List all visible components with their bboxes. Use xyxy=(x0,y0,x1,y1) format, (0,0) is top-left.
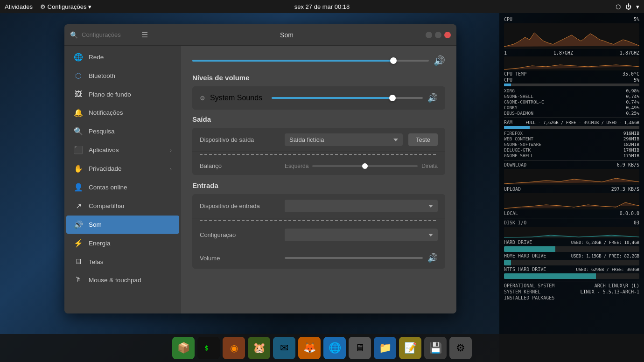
taskbar: 📦 $_ ◉ 🐹 ✉ 🦊 🌐 🖥 📁 📝 💾 ⚙ xyxy=(0,334,644,362)
config-label: Configuração xyxy=(200,231,279,238)
input-volume-slider[interactable] xyxy=(285,257,423,259)
download-val: 6,9 KB/S xyxy=(617,162,639,167)
xorg-label: XORG xyxy=(504,88,515,93)
gnome-control-val: 0,74% xyxy=(626,99,639,104)
displays-icon: 🖥 xyxy=(74,258,83,266)
input-header: Entrada xyxy=(192,181,445,189)
system-sounds-slider[interactable] xyxy=(272,97,423,99)
input-volume-row: Volume 🔊 xyxy=(192,247,445,269)
ntfs-info: USED: 629GB / FREE: 303GB xyxy=(576,267,639,272)
taskbar-icon-files[interactable]: 📁 xyxy=(374,337,396,359)
topbar-network-icon[interactable]: ⬡ xyxy=(616,3,621,10)
window-maximize-button[interactable]: □ xyxy=(435,32,441,38)
sidebar-item-bluetooth[interactable]: ⬡ Bluetooth xyxy=(66,67,179,85)
notifications-icon: 🔔 xyxy=(74,108,83,117)
sidebar-item-label: Rede xyxy=(89,54,104,61)
master-volume-slider[interactable] xyxy=(192,60,429,62)
taskbar-icon-drive[interactable]: 💾 xyxy=(424,337,447,359)
taskbar-icon-synapse[interactable]: ◉ xyxy=(223,337,245,359)
output-header: Saída xyxy=(192,115,445,123)
virtualbox-icon: 📦 xyxy=(177,342,190,354)
finder-icon: 🖥 xyxy=(355,342,365,354)
input-device-select[interactable] xyxy=(285,200,438,212)
conky-divider3 xyxy=(504,218,639,218)
taskbar-icon-browser[interactable]: 🌐 xyxy=(323,337,346,359)
download-label: DOWNLOAD xyxy=(504,162,526,167)
deluge-label: DELUGE-GTK xyxy=(504,147,531,153)
topbar-datetime: sex 27 de mar 00:18 xyxy=(294,3,350,10)
disk-io-graph xyxy=(504,227,639,238)
topbar: Atividades ⚙ Configurações ▾ sex 27 de m… xyxy=(0,0,644,13)
taskbar-icon-finder[interactable]: 🖥 xyxy=(349,337,371,359)
master-volume-control: 🔊 xyxy=(192,55,445,66)
search-icon: 🔍 xyxy=(70,31,78,39)
sidebar-item-mouse[interactable]: 🖱 Mouse & touchpad xyxy=(66,271,179,289)
os-val: ARCH LINUX\R (L) xyxy=(595,283,639,288)
ram-info: FULL - 7,62GB / FREE - 391MIB / USED - 1… xyxy=(525,120,639,125)
taskbar-icon-notes[interactable]: 📝 xyxy=(399,337,421,359)
sidebar-item-label: Plano de fundo xyxy=(89,91,131,98)
taskbar-icon-virtualbox[interactable]: 📦 xyxy=(172,337,195,359)
sidebar-item-pesquisa[interactable]: 🔍 Pesquisa xyxy=(66,122,179,140)
home-drive-label: HOME HARD DRIVE xyxy=(504,253,546,258)
chevron-right-icon: › xyxy=(170,147,172,153)
sidebar-item-compartilhar[interactable]: ↗ Compartilhar xyxy=(66,197,179,215)
conky-divider2 xyxy=(504,160,639,160)
terminal-icon: $_ xyxy=(205,344,213,352)
topbar-power-icon[interactable]: ⏻ xyxy=(625,3,631,10)
browser-icon: 🌐 xyxy=(329,342,341,354)
cpu-label: CPU xyxy=(504,17,512,22)
balance-slider[interactable] xyxy=(312,165,418,167)
apps-icon: ⬛ xyxy=(74,146,83,154)
gear-icon: ⚙ xyxy=(200,95,205,102)
conky-divider1 xyxy=(504,118,639,118)
topbar-settings-menu[interactable]: ⚙ Configurações ▾ xyxy=(40,3,91,10)
sidebar-item-label: Energia xyxy=(89,240,111,247)
hamster-icon: 🐹 xyxy=(253,342,266,354)
firefox-label: FIREFOX xyxy=(504,131,523,136)
window-close-button[interactable]: ✕ xyxy=(444,32,451,38)
bluetooth-icon: ⬡ xyxy=(74,71,83,80)
output-device-select[interactable]: Saída fictícia xyxy=(285,133,403,146)
cpu-freq-val1: 1,87GHZ xyxy=(553,50,573,56)
sidebar-item-contas-online[interactable]: 👤 Contas online xyxy=(66,178,179,196)
sidebar-item-rede[interactable]: 🌐 Rede xyxy=(66,48,179,66)
kernel-label: SYSTEM KERNEL xyxy=(504,289,540,294)
ntfs-label: NTFS HARD DRIVE xyxy=(504,267,546,272)
topbar-session-icon[interactable]: ▾ xyxy=(636,3,639,10)
sound-main-content: 🔊 Níveis de volume ⚙ System Sounds 🔊 xyxy=(181,46,456,313)
window-titlebar: 🔍 ☰ Som ─ □ ✕ xyxy=(64,24,456,46)
window-minimize-button[interactable]: ─ xyxy=(426,32,432,38)
taskbar-icon-mail[interactable]: ✉ xyxy=(273,337,295,359)
taskbar-icon-firefox[interactable]: 🦊 xyxy=(298,337,321,359)
upload-label: UPLOAD xyxy=(504,187,521,192)
sidebar-item-notificacoes[interactable]: 🔔 Notificações xyxy=(66,104,179,122)
sidebar-item-aplicativos[interactable]: ⬛ Aplicativos › xyxy=(66,141,179,159)
wallpaper-icon: 🖼 xyxy=(74,90,83,98)
cpu-bar xyxy=(504,84,639,86)
system-sounds-volume-icon: 🔊 xyxy=(427,93,438,103)
deluge-val: 176MIB xyxy=(623,147,639,153)
test-button[interactable]: Teste xyxy=(408,133,438,146)
cpu2-label: CPU xyxy=(504,77,512,83)
taskbar-icon-terminal[interactable]: $_ xyxy=(197,337,220,359)
mail-icon: ✉ xyxy=(280,342,288,354)
cpu-temp-val: 35.0°C xyxy=(623,71,639,77)
input-volume-icon: 🔊 xyxy=(427,253,438,263)
sidebar-item-telas[interactable]: 🖥 Telas xyxy=(66,253,179,271)
taskbar-icon-hamster[interactable]: 🐹 xyxy=(248,337,270,359)
sidebar-item-plano-fundo[interactable]: 🖼 Plano de fundo xyxy=(66,85,179,103)
sidebar-item-privacidade[interactable]: ✋ Privacidade › xyxy=(66,160,179,178)
config-select[interactable] xyxy=(285,229,438,241)
sidebar-search-input[interactable] xyxy=(82,31,138,38)
home-drive-info: USED: 1,15GB / FREE: 82,2GB xyxy=(571,254,639,258)
sidebar-item-energia[interactable]: ⚡ Energia xyxy=(66,234,179,252)
sidebar-item-som[interactable]: 🔊 Som xyxy=(66,216,179,234)
chevron-right-icon2: › xyxy=(170,166,172,172)
taskbar-icon-settings[interactable]: ⚙ xyxy=(449,337,472,359)
sidebar-item-label: Privacidade xyxy=(89,165,122,172)
menu-icon[interactable]: ☰ xyxy=(141,30,148,39)
disk-io-val: 03 xyxy=(634,220,639,225)
master-volume-icon: 🔊 xyxy=(434,55,445,66)
topbar-activities[interactable]: Atividades xyxy=(5,3,33,10)
